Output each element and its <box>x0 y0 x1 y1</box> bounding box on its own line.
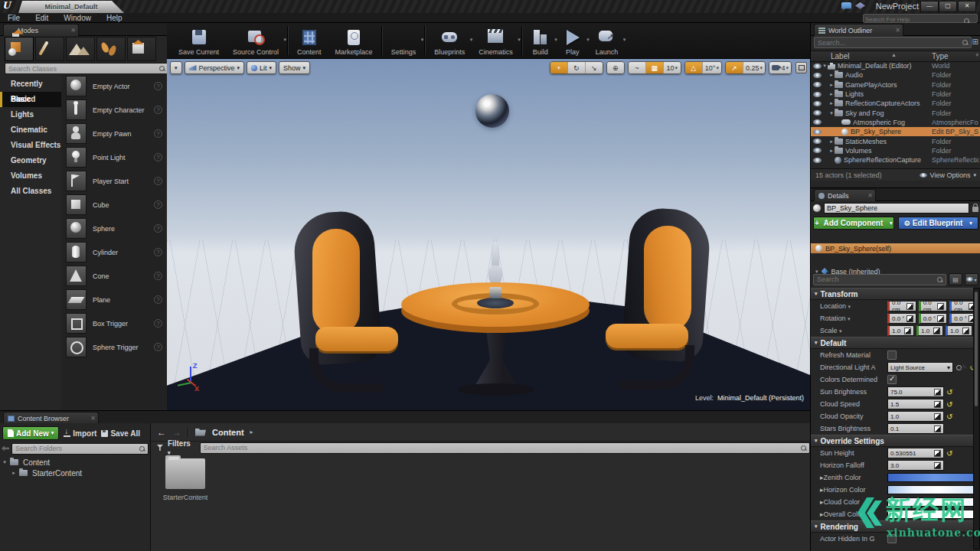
reset-to-default-icon[interactable]: ↺ <box>946 388 952 396</box>
outliner-row-atmospheric-fog[interactable]: Atmospheric FogAtmosphericFo <box>811 118 980 127</box>
expander-icon[interactable]: ▸ <box>11 470 17 476</box>
viewport[interactable]: ZX ▾ Perspective▾ Lit▾ Show▾ + ↻ ↘ ⊕ ~ ▦… <box>167 59 810 410</box>
rotate-tool-button[interactable]: ↻ <box>568 62 586 73</box>
transform-scale-y-field[interactable]: 1.0 <box>916 325 943 336</box>
outliner-search-input[interactable] <box>818 38 960 47</box>
maximize-viewport-button[interactable] <box>795 62 807 73</box>
cloud-color-swatch[interactable] <box>887 497 980 507</box>
sun-brightness-field[interactable]: 75.0 <box>887 386 944 397</box>
drag-handle-icon[interactable]: ? <box>154 248 162 256</box>
outliner-row-sky-and-fog[interactable]: ▾Sky and FogFolder <box>811 108 980 117</box>
drag-handle-icon[interactable]: ? <box>154 106 162 114</box>
visibility-eye-icon[interactable] <box>813 110 822 116</box>
asset-startercontent[interactable]: StarterContent <box>158 458 212 501</box>
drag-handle-icon[interactable]: ? <box>154 82 162 90</box>
close-tab-icon[interactable]: ✕ <box>70 27 76 34</box>
mode-foliage-button[interactable] <box>96 37 126 61</box>
dropdown-arrow-icon[interactable]: ▾ <box>284 37 287 43</box>
scrollbar-thumb[interactable] <box>975 292 978 406</box>
menu-help[interactable]: Help <box>106 14 122 22</box>
folder-tree-item-startercontent[interactable]: ▸StarterContent <box>2 468 149 478</box>
surface-snap-button[interactable]: ~ <box>629 62 646 73</box>
toolbar-button-play[interactable]: Play▾ <box>557 23 589 58</box>
stars-brightness-field[interactable]: 0.1 <box>887 423 944 434</box>
collapse-arrow-icon[interactable]: ▾ <box>815 523 818 530</box>
refresh-material-checkbox[interactable] <box>887 350 897 360</box>
breadcrumb-arrow-icon[interactable]: ▸ <box>250 429 253 435</box>
transform-scale-x-field[interactable]: 1.0 <box>887 325 914 336</box>
toolbar-button-launch[interactable]: Launch▾ <box>589 23 626 58</box>
angle-snap-icon[interactable]: △ <box>685 62 703 73</box>
world-local-toggle-button[interactable]: ⊕ <box>607 62 624 73</box>
component-root-row[interactable]: BP_Sky_Sphere(self) <box>811 243 980 253</box>
drag-handle-icon[interactable]: ? <box>154 272 162 280</box>
toolbar-button-blueprints[interactable]: Blueprints▾ <box>427 23 472 58</box>
viewport-options-button[interactable]: ▾ <box>170 61 182 74</box>
actor-hidden-in-g-checkbox[interactable] <box>887 534 897 543</box>
section-header-override-settings[interactable]: ▾Override Settings <box>811 435 980 447</box>
help-search-box[interactable] <box>863 14 978 23</box>
filters-button[interactable]: Filters ▾ <box>168 439 195 456</box>
horizon-falloff-field[interactable]: 3.0 <box>887 460 944 471</box>
transform-location-y-field[interactable]: 0.0 cm <box>919 301 948 311</box>
drag-handle-icon[interactable]: ? <box>154 153 162 161</box>
drag-handle-icon[interactable] <box>937 303 944 310</box>
drag-handle-icon[interactable]: ? <box>154 177 162 185</box>
drag-handle-icon[interactable] <box>934 450 941 457</box>
dropdown-arrow-icon[interactable]: ▾ <box>623 37 626 43</box>
add-new-button[interactable]: Add New▾ <box>2 426 59 440</box>
colors-determined-checkbox[interactable] <box>887 375 897 384</box>
menu-file[interactable]: File <box>8 14 20 22</box>
transform-location-x-field[interactable]: 0.0 cm <box>887 301 916 311</box>
search-classes-box[interactable] <box>5 63 168 74</box>
overall-color-swatch[interactable] <box>887 510 980 519</box>
expander-icon[interactable]: ▾ <box>828 110 835 116</box>
search-folders-input[interactable] <box>15 445 137 453</box>
outliner-row-volumes[interactable]: ▸VolumesFolder <box>811 146 980 155</box>
save-all-button[interactable]: Save All <box>101 429 140 438</box>
scale-snap-icon[interactable]: ↗ <box>726 62 743 73</box>
drag-handle-icon[interactable] <box>906 315 913 322</box>
mode-landscape-button[interactable] <box>66 37 95 61</box>
outliner-row-gameplayactors[interactable]: ▸GamePlayActorsFolder <box>811 80 980 90</box>
visibility-eye-icon[interactable] <box>813 64 822 69</box>
outliner-row-lights[interactable]: ▸LightsFolder <box>811 90 980 99</box>
dropdown-arrow-icon[interactable]: ▾ <box>421 37 424 43</box>
chair-right-mesh[interactable] <box>586 209 720 381</box>
statue-mesh[interactable] <box>484 236 507 287</box>
close-tab-icon[interactable]: ✕ <box>90 415 96 422</box>
zenith-color-swatch[interactable] <box>887 473 980 482</box>
actor-item-sphere[interactable]: Sphere? <box>61 217 167 240</box>
category-cinematic[interactable]: Cinematic <box>0 122 61 138</box>
outliner-search-box[interactable] <box>814 37 972 48</box>
actor-item-plane[interactable]: Plane? <box>61 288 167 311</box>
outliner-column-header[interactable]: Label ▲ Type ▾ <box>811 51 980 62</box>
mode-paint-button[interactable] <box>35 37 64 61</box>
outliner-row-spherereflectioncapture[interactable]: SphereReflectionCaptureSphereReflectio <box>811 155 980 165</box>
toolbar-button-source-control[interactable]: Source Control▾ <box>226 23 286 58</box>
outliner-row-audio[interactable]: ▸AudioFolder <box>811 70 980 80</box>
expander-icon[interactable]: ▸ <box>828 148 835 154</box>
browse-icon[interactable] <box>956 365 962 370</box>
collapse-arrow-icon[interactable]: ▾ <box>815 438 818 444</box>
tab-world-outliner[interactable]: World Outliner ✕ <box>814 24 903 36</box>
details-search-box[interactable] <box>813 274 946 285</box>
directional-light-a-dropdown[interactable]: Light Source▾ <box>887 362 953 373</box>
scale-tool-button[interactable]: ↘ <box>586 62 603 73</box>
transform-rotation-x-field[interactable]: 0.0 ° <box>887 313 916 324</box>
actor-name-input[interactable] <box>824 203 969 214</box>
visibility-eye-icon[interactable] <box>813 101 822 106</box>
drag-handle-icon[interactable]: ? <box>154 343 162 351</box>
search-assets-input[interactable] <box>204 444 799 452</box>
outliner-row-bp-sky-sphere[interactable]: BP_Sky_SphereEdit BP_Sky_S <box>811 127 980 136</box>
horizon-color-swatch[interactable] <box>887 485 980 494</box>
chrome-sphere-mesh[interactable] <box>475 94 509 128</box>
category-lights[interactable]: Lights <box>0 107 61 122</box>
drag-handle-icon[interactable] <box>962 328 969 334</box>
minimize-button[interactable]: — <box>920 1 939 12</box>
toolbar-button-marketplace[interactable]: Marketplace <box>328 23 380 58</box>
section-header-transform[interactable]: ▾Transform <box>811 288 980 300</box>
filter-funnel-icon[interactable] <box>157 445 163 451</box>
dropdown-arrow-icon[interactable]: ▾ <box>848 304 851 309</box>
expander-icon[interactable]: ▸ <box>828 82 835 88</box>
